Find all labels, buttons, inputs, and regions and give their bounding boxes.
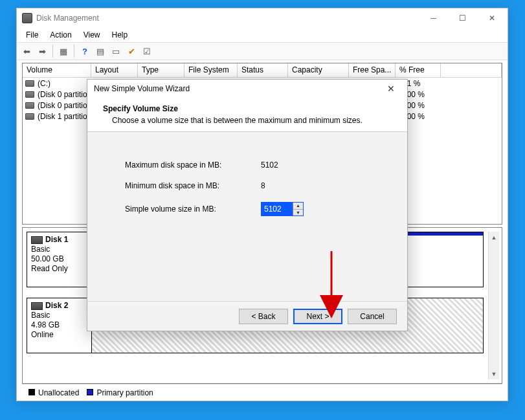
disk-info: Disk 2 Basic 4.98 GB Online [27, 298, 92, 353]
list-icon[interactable]: ✔ [124, 44, 139, 58]
scroll-up-icon[interactable]: ▲ [489, 232, 499, 243]
wizard-heading: Specify Volume Size [103, 104, 392, 113]
wizard-body: Maximum disk space in MB: 5102 Minimum d… [87, 132, 407, 301]
wizard-titlebar: New Simple Volume Wizard ✕ [87, 80, 407, 98]
maximize-button[interactable]: ☐ [448, 9, 477, 27]
disk-status: Read Only [31, 264, 87, 273]
minimize-button[interactable]: ─ [419, 9, 448, 27]
col-volume[interactable]: Volume [23, 63, 91, 77]
legend-label: Unallocated [38, 388, 79, 397]
volume-icon [25, 91, 34, 98]
next-button[interactable]: Next > [293, 309, 342, 324]
volume-size-label: Simple volume size in MB: [125, 204, 261, 214]
disk-icon [31, 302, 43, 310]
vertical-scrollbar[interactable]: ▲ ▼ [488, 232, 499, 379]
volume-size-spinner[interactable]: ▲ ▼ [261, 202, 304, 216]
properties-icon[interactable]: ▦ [56, 44, 71, 58]
legend-swatch-primary [87, 389, 93, 395]
disk-title: Disk 2 [45, 301, 68, 310]
col-capacity[interactable]: Capacity [288, 63, 349, 77]
disk-size: 50.00 GB [31, 254, 87, 263]
titlebar: Disk Management ─ ☐ ✕ [17, 8, 508, 28]
rescan-icon[interactable]: ▭ [109, 44, 123, 58]
col-layout[interactable]: Layout [91, 63, 138, 77]
detail-icon[interactable]: ☑ [140, 44, 154, 58]
col-spacer [441, 63, 502, 77]
toolbar: ⬅ ➡ ▦ ? ▤ ▭ ✔ ☑ [17, 42, 508, 60]
col-status[interactable]: Status [238, 63, 288, 77]
legend: Unallocated Primary partition [22, 384, 502, 401]
disk-type: Basic [31, 245, 87, 254]
menu-action[interactable]: Action [45, 29, 76, 41]
wizard-subheading: Choose a volume size that is between the… [112, 116, 392, 125]
disk-status: Online [31, 330, 87, 339]
volume-name: (Disk 0 partition [38, 90, 93, 99]
disk-type: Basic [31, 311, 87, 320]
volume-icon [25, 102, 34, 109]
volume-name: (Disk 1 partition [38, 112, 93, 121]
max-size-value: 5102 [261, 160, 278, 170]
back-icon[interactable]: ⬅ [19, 44, 34, 58]
help-icon[interactable]: ? [78, 44, 92, 58]
cancel-button[interactable]: Cancel [348, 309, 397, 324]
wizard-footer: < Back Next > Cancel [87, 301, 407, 331]
volume-list-header: Volume Layout Type File System Status Ca… [23, 63, 502, 78]
legend-swatch-unallocated [28, 389, 35, 395]
disk-title: Disk 1 [45, 235, 68, 244]
menubar: File Action View Help [17, 28, 508, 42]
max-size-label: Maximum disk space in MB: [125, 160, 261, 170]
disk-icon [31, 236, 43, 244]
col-filesystem[interactable]: File System [184, 63, 238, 77]
min-size-value: 8 [261, 181, 265, 190]
volume-name: (Disk 0 partition [38, 101, 93, 110]
menu-view[interactable]: View [78, 29, 106, 41]
wizard-header: Specify Volume Size Choose a volume size… [87, 98, 407, 132]
menu-help[interactable]: Help [107, 29, 133, 41]
wizard-close-button[interactable]: ✕ [381, 83, 401, 94]
new-simple-volume-wizard: New Simple Volume Wizard ✕ Specify Volum… [87, 79, 408, 331]
col-pctfree[interactable]: % Free [396, 63, 441, 77]
refresh-icon[interactable]: ▤ [93, 44, 107, 58]
min-size-label: Minimum disk space in MB: [125, 181, 261, 190]
scroll-down-icon[interactable]: ▼ [489, 368, 499, 379]
col-type[interactable]: Type [138, 63, 184, 77]
volume-size-input[interactable] [262, 203, 293, 216]
forward-icon[interactable]: ➡ [35, 44, 49, 58]
wizard-title: New Simple Volume Wizard [94, 84, 381, 93]
window-title: Disk Management [36, 14, 419, 23]
close-button[interactable]: ✕ [477, 9, 506, 27]
back-button[interactable]: < Back [239, 309, 288, 324]
spinner-down-icon[interactable]: ▼ [293, 210, 303, 216]
col-freespace[interactable]: Free Spa... [349, 63, 396, 77]
volume-name: (C:) [38, 79, 93, 88]
menu-file[interactable]: File [21, 29, 43, 41]
volume-icon [25, 80, 34, 87]
app-icon [22, 13, 32, 23]
disk-info: Disk 1 Basic 50.00 GB Read Only [27, 232, 92, 287]
legend-label: Primary partition [96, 388, 153, 397]
volume-icon [25, 113, 34, 120]
spinner-up-icon[interactable]: ▲ [293, 203, 303, 210]
disk-size: 4.98 GB [31, 320, 87, 329]
